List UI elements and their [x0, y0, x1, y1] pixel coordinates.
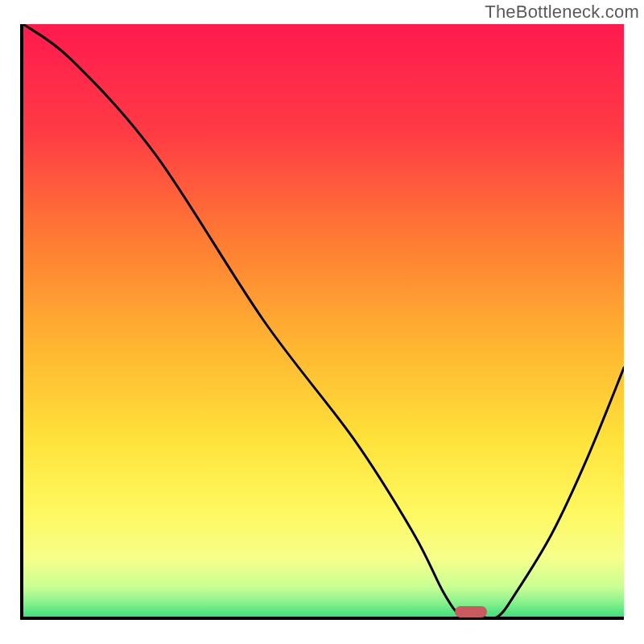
bottleneck-chart: [23, 24, 624, 617]
optimum-marker: [455, 606, 487, 617]
gradient-background: [23, 24, 624, 617]
watermark-text: TheBottleneck.com: [485, 2, 639, 23]
